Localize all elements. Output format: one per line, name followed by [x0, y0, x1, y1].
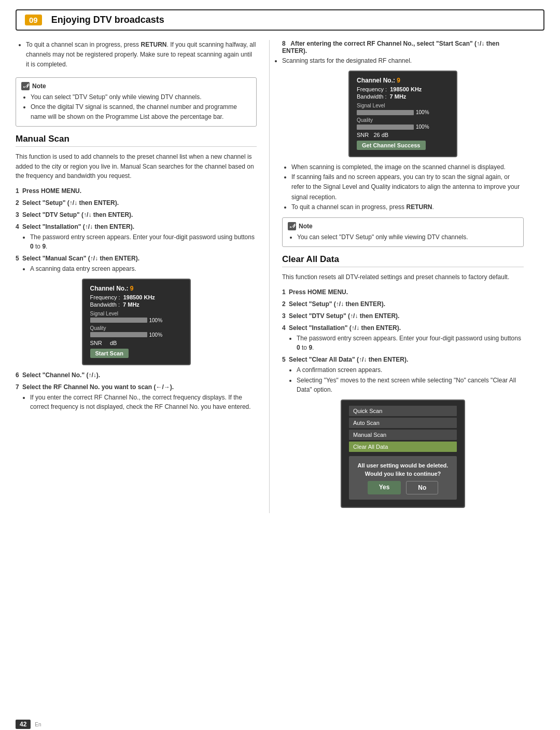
- cad-step-5-sub-1: A confirmation screen appears.: [297, 365, 524, 375]
- tv2-signal-pct: 100%: [416, 109, 429, 115]
- page-title: Enjoying DTV broadcasts: [51, 15, 164, 25]
- right-step8: 8 After entering the correct RF Channel …: [282, 40, 524, 65]
- after-scan-bullet-2: If scanning fails and no screen appears,…: [291, 172, 524, 202]
- confirm-box: All user setting would be deleted. Would…: [349, 456, 457, 500]
- main-content: To quit a channel scan in progress, pres…: [0, 40, 560, 513]
- no-button[interactable]: No: [406, 481, 438, 494]
- manual-scan-steps-2: 6 Select "Channel No." (↑/↓). 7 Select t…: [16, 370, 257, 411]
- tv2-signal-label: Signal Level: [357, 103, 449, 108]
- tv2-quality-bar: 100%: [357, 124, 449, 130]
- note-top-bullet-2: Once the digital TV signal is scanned, t…: [31, 102, 251, 122]
- cad-step-4: 4 Select "Installation" (↑/↓ then ENTER)…: [282, 323, 524, 352]
- tv1-channel-value: 9: [130, 285, 134, 292]
- note-label-2: Note: [299, 223, 313, 230]
- tv2-band-row: Bandwidth : 7 MHz: [357, 93, 449, 100]
- tv2-channel-value: 9: [397, 77, 400, 84]
- step-7-sub: If you enter the correct RF Channel No.,…: [30, 393, 257, 411]
- yes-button[interactable]: Yes: [368, 481, 401, 494]
- tv1-start-scan-btn: Start Scan: [90, 349, 129, 358]
- tv1-quality-bar: 100%: [90, 332, 183, 338]
- left-column: To quit a channel scan in progress, pres…: [16, 40, 270, 513]
- tv2-snr-row: SNR 26 dB: [357, 132, 449, 138]
- tv1-quality-pct: 100%: [149, 332, 163, 338]
- intro-bullet-1: To quit a channel scan in progress, pres…: [26, 40, 257, 70]
- clear-all-data-intro: This function resets all DTV-related set…: [282, 272, 524, 282]
- tv1-signal-label: Signal Level: [90, 311, 183, 316]
- note-box-2: 𝒩 Note You can select "DTV Setup" only w…: [282, 217, 524, 247]
- tv1-freq-row: Frequency : 198500 KHz: [90, 294, 183, 300]
- menu-item-quick-scan: Quick Scan: [349, 406, 457, 416]
- note-icon-2: 𝒩: [288, 222, 296, 230]
- cad-step-2: 2 Select "Setup" (↑/↓ then ENTER).: [282, 299, 524, 309]
- confirm-line2: Would you like to continue?: [354, 471, 452, 477]
- tv1-snr-row: SNR dB: [90, 340, 183, 346]
- page-footer: 42 En: [16, 720, 41, 729]
- tv-screen-1: Channel No.: 9 Frequency : 198500 KHz Ba…: [82, 279, 191, 365]
- cad-step-3: 3 Select "DTV Setup" (↑/↓ then ENTER).: [282, 311, 524, 321]
- cad-step-5: 5 Select "Clear All Data" (↑/↓ then ENTE…: [282, 355, 524, 394]
- menu-screen: Quick Scan Auto Scan Manual Scan Clear A…: [341, 400, 465, 508]
- cad-step-4-sub: The password entry screen appears. Enter…: [297, 334, 524, 352]
- after-scan-bullets: When scanning is completed, the image on…: [282, 162, 524, 212]
- language-label: En: [35, 722, 41, 727]
- note-title-top: 𝒩 Note: [21, 82, 251, 90]
- tv2-channel-label: Channel No.: 9: [357, 77, 449, 84]
- note-top-bullet-1: You can select "DTV Setup" only while vi…: [31, 92, 251, 102]
- chapter-number: 09: [25, 15, 42, 25]
- step8-sub: Scanning starts for the designated RF ch…: [282, 56, 524, 65]
- note-box-top: 𝒩 Note You can select "DTV Setup" only w…: [16, 77, 257, 127]
- clear-all-data-steps: 1 Press HOME MENU. 2 Select "Setup" (↑/↓…: [282, 287, 524, 394]
- step-4-sub: The password entry screen appears. Enter…: [30, 232, 257, 251]
- tv2-signal-bar: 100%: [357, 109, 449, 115]
- note2-bullet-1: You can select "DTV Setup" only while vi…: [297, 232, 518, 242]
- manual-scan-steps: 1 Press HOME MENU. 2 Select "Setup" (↑/↓…: [16, 186, 257, 273]
- right-column: 8 After entering the correct RF Channel …: [270, 40, 524, 513]
- tv1-signal-bar: 100%: [90, 318, 183, 323]
- step-5: 5 Select "Manual Scan" (↑/↓ then ENTER).…: [16, 254, 257, 273]
- after-scan-bullet-1: When scanning is completed, the image on…: [291, 162, 524, 172]
- step-6: 6 Select "Channel No." (↑/↓).: [16, 370, 257, 380]
- confirm-buttons: Yes No: [354, 481, 452, 494]
- tv2-get-channel-btn: Get Channel Success: [357, 141, 426, 150]
- tv1-band-row: Bandwidth : 7 MHz: [90, 301, 183, 308]
- after-scan-bullet-3: To quit a channel scan in progress, pres…: [291, 202, 524, 212]
- clear-all-data-title: Clear All Data: [282, 254, 524, 267]
- tv2-quality-label: Quality: [357, 117, 449, 123]
- tv1-quality-label: Quality: [90, 325, 183, 331]
- note-icon-top: 𝒩: [21, 82, 30, 90]
- step-7: 7 Select the RF Channel No. you want to …: [16, 382, 257, 411]
- manual-scan-title: Manual Scan: [16, 134, 257, 147]
- page-number: 42: [16, 720, 31, 729]
- header-bar: 09 Enjoying DTV broadcasts: [16, 9, 544, 31]
- step-4: 4 Select "Installation" (↑/↓ then ENTER)…: [16, 222, 257, 251]
- cad-step-1: 1 Press HOME MENU.: [282, 287, 524, 297]
- page: 09 Enjoying DTV broadcasts To quit a cha…: [0, 9, 560, 730]
- step-3: 3 Select "DTV Setup" (↑/↓ then ENTER).: [16, 210, 257, 219]
- menu-item-auto-scan: Auto Scan: [349, 418, 457, 428]
- tv1-channel-label: Channel No.: 9: [90, 285, 183, 292]
- tv-screen-2: Channel No.: 9 Frequency : 198500 KHz Ba…: [348, 71, 457, 157]
- manual-scan-intro: This function is used to add channels to…: [16, 152, 257, 181]
- tv1-signal-pct: 100%: [149, 318, 163, 323]
- tv2-quality-pct: 100%: [416, 124, 429, 130]
- step8-text: 8 After entering the correct RF Channel …: [282, 40, 524, 65]
- intro-bullets: To quit a channel scan in progress, pres…: [16, 40, 257, 70]
- step-5-sub: A scanning data entry screen appears.: [30, 264, 257, 273]
- step-1: 1 Press HOME MENU.: [16, 186, 257, 196]
- menu-item-clear-all-data: Clear All Data: [349, 442, 457, 452]
- note-title-2: 𝒩 Note: [288, 222, 518, 230]
- step-2: 2 Select "Setup" (↑/↓ then ENTER).: [16, 198, 257, 208]
- confirm-line1: All user setting would be deleted.: [354, 462, 452, 469]
- tv2-freq-row: Frequency : 198500 KHz: [357, 86, 449, 92]
- cad-step-5-sub-2: Selecting "Yes" moves to the next screen…: [297, 376, 524, 394]
- menu-item-manual-scan: Manual Scan: [349, 430, 457, 440]
